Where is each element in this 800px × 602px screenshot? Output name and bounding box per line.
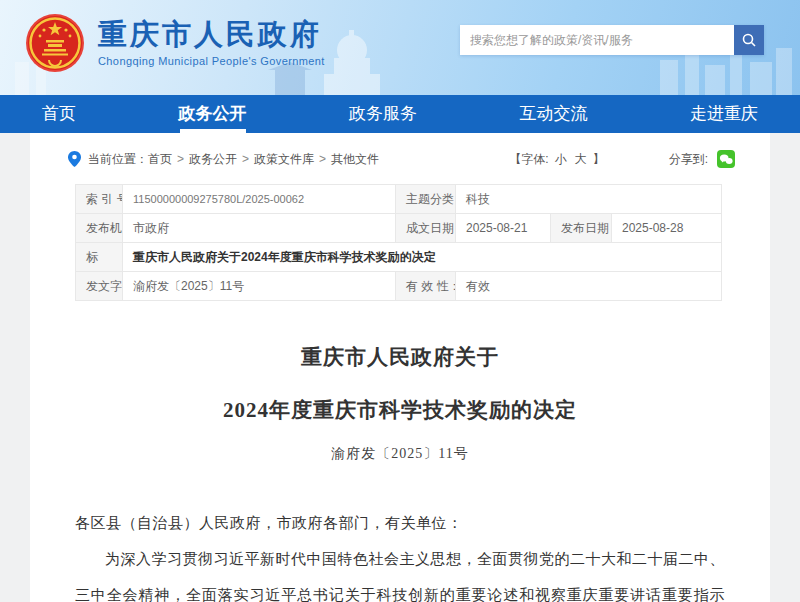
share-label: 分享到: — [669, 151, 708, 168]
meta-topic-value: 科技 — [456, 185, 722, 214]
meta-validity-label: 有 效 性： — [396, 272, 456, 301]
site-search — [460, 25, 764, 55]
document-title-line2: 2024年度重庆市科学技术奖励的决定 — [30, 396, 770, 424]
meta-written-date-value: 2025-08-21 — [456, 214, 551, 243]
location-pin-icon — [68, 151, 81, 167]
wechat-share-icon[interactable] — [717, 150, 735, 168]
page-tools: 【字体: 小 大 】 分享到: — [509, 150, 735, 168]
font-size-label: 【字体: — [509, 151, 548, 168]
meta-written-date-label: 成文日期： — [396, 214, 456, 243]
search-icon — [741, 32, 757, 48]
meta-docno-label: 发文字号： — [76, 272, 123, 301]
nav-item-government-affairs[interactable]: 政务公开 — [167, 95, 259, 133]
meta-issuing-org-label: 发布机构： — [76, 214, 123, 243]
site-title: 重庆市人民政府 — [98, 19, 325, 51]
breadcrumb-prefix: 当前位置： — [88, 151, 148, 168]
meta-title-value: 重庆市人民政府关于2024年度重庆市科学技术奖励的决定 — [123, 243, 722, 272]
breadcrumb-separator: > — [319, 152, 326, 166]
meta-topic-label: 主题分类： — [396, 185, 456, 214]
national-emblem-logo — [25, 13, 85, 73]
breadcrumb-gov-affairs[interactable]: 政务公开 — [189, 151, 237, 168]
nav-item-services[interactable]: 政务服务 — [337, 95, 429, 133]
document-title-line1: 重庆市人民政府关于 — [30, 343, 770, 371]
font-smaller-button[interactable]: 小 — [555, 151, 567, 168]
content-card: 当前位置： 首页 > 政务公开 > 政策文件库 > 其他文件 【字体: 小 大 … — [30, 133, 770, 602]
breadcrumb-separator: > — [177, 152, 184, 166]
meta-title-label: 标 题： — [76, 243, 123, 272]
meta-publish-date-value: 2025-08-28 — [612, 214, 722, 243]
site-logo-group[interactable]: 重庆市人民政府 Chongqing Municipal People's Gov… — [25, 13, 325, 73]
meta-issuing-org-value: 市政府 — [123, 214, 396, 243]
breadcrumb: 当前位置： 首页 > 政务公开 > 政策文件库 > 其他文件 【字体: 小 大 … — [30, 133, 770, 168]
font-larger-button[interactable]: 大 — [575, 151, 587, 168]
search-button[interactable] — [734, 25, 764, 55]
nav-item-about-chongqing[interactable]: 走进重庆 — [678, 95, 770, 133]
meta-docno-value: 渝府发〔2025〕11号 — [123, 272, 396, 301]
main-navigation: 首页 政务公开 政务服务 互动交流 走进重庆 — [0, 95, 800, 133]
meta-index-label: 索 引 号： — [76, 185, 123, 214]
document-paragraph: 为深入学习贯彻习近平新时代中国特色社会主义思想，全面贯彻党的二十大和二十届二中、… — [75, 541, 725, 602]
meta-index-value: 11500000009275780L/2025-00062 — [123, 185, 396, 214]
breadcrumb-policy-library[interactable]: 政策文件库 — [254, 151, 314, 168]
meta-publish-date-label: 发布日期： — [551, 214, 612, 243]
breadcrumb-other-documents[interactable]: 其他文件 — [331, 151, 379, 168]
breadcrumb-separator: > — [242, 152, 249, 166]
document-number: 渝府发〔2025〕11号 — [30, 445, 770, 463]
breadcrumb-home[interactable]: 首页 — [148, 151, 172, 168]
search-input[interactable] — [460, 25, 734, 55]
nav-item-home[interactable]: 首页 — [30, 95, 88, 133]
font-size-label-close: 】 — [593, 151, 605, 168]
nav-item-interaction[interactable]: 互动交流 — [508, 95, 600, 133]
document-body: 各区县（自治县）人民政府，市政府各部门，有关单位： 为深入学习贯彻习近平新时代中… — [75, 505, 725, 602]
document-metadata-table: 索 引 号： 11500000009275780L/2025-00062 主题分… — [75, 184, 722, 301]
document-salutation: 各区县（自治县）人民政府，市政府各部门，有关单位： — [75, 505, 725, 541]
site-header: 重庆市人民政府 Chongqing Municipal People's Gov… — [0, 0, 800, 95]
site-subtitle-en: Chongqing Municipal People's Government — [98, 55, 325, 67]
meta-validity-value: 有效 — [456, 272, 722, 301]
